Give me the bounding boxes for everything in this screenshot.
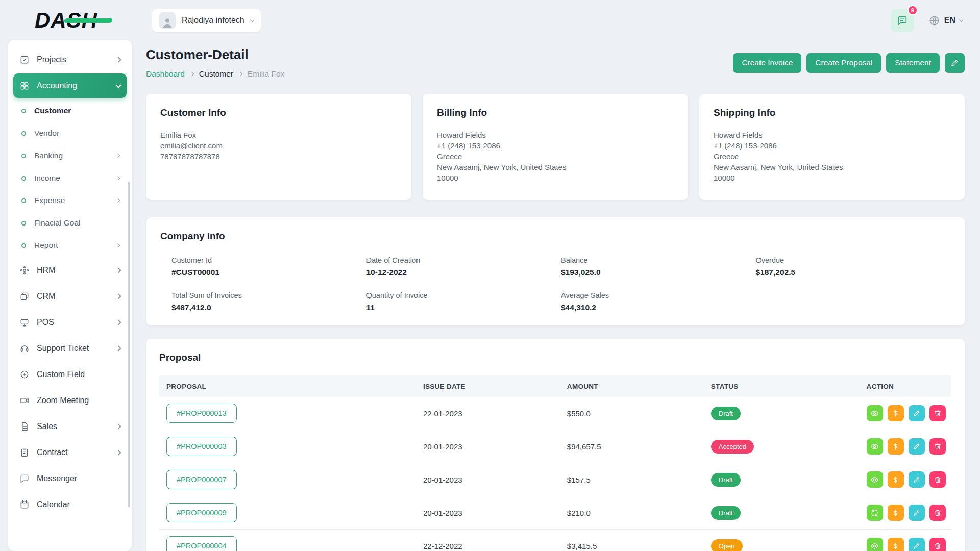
customer-info-card: Customer Info Emilia Fox emilia@client.c… — [146, 94, 411, 200]
issue-date-cell: 20-01-2023 — [423, 442, 567, 451]
customer-name: Emilia Fox — [160, 130, 397, 140]
billing-address: New Aasamj, New York, United States — [437, 162, 674, 172]
chevron-right-icon — [115, 319, 121, 325]
sidebar-subitem-label: Banking — [34, 151, 63, 160]
sidebar-subitem-vendor[interactable]: Vendor — [13, 122, 127, 144]
delete-button[interactable] — [929, 405, 946, 421]
sidebar-item-support-ticket[interactable]: Support Ticket — [13, 336, 127, 361]
proposal-table: PROPOSAL ISSUE DATE AMOUNT STATUS ACTION… — [159, 375, 951, 551]
chevron-down-icon — [959, 17, 963, 21]
sidebar-subitem-expense[interactable]: Expense — [13, 189, 127, 212]
trash-icon — [934, 442, 942, 450]
delete-button[interactable] — [929, 471, 946, 488]
trash-icon — [934, 509, 942, 517]
sidebar-item-accounting[interactable]: Accounting — [13, 73, 127, 98]
row-actions — [867, 538, 946, 551]
sidebar-subitem-income[interactable]: Income — [13, 167, 127, 189]
breadcrumb-customer[interactable]: Customer — [199, 69, 233, 79]
company-info-grid: Customer Id #CUST00001 Date of Creation … — [160, 256, 950, 312]
convert-button[interactable] — [867, 505, 883, 521]
create-invoice-button[interactable]: Create Invoice — [733, 53, 801, 73]
edit-button[interactable] — [909, 438, 925, 455]
company-info-card: Company Info Customer Id #CUST00001 Date… — [146, 217, 965, 325]
issue-date-cell: 20-01-2023 — [423, 475, 567, 484]
sidebar-subitem-label: Income — [34, 173, 60, 183]
issue-date-cell: 22-12-2022 — [423, 542, 567, 550]
edit-customer-button[interactable] — [945, 53, 965, 73]
table-row: #PROP000013 22-01-2023 $550.0 Draft — [159, 397, 951, 430]
messages-button[interactable]: 9 — [891, 9, 914, 32]
contract-icon — [19, 447, 30, 458]
proposal-link[interactable]: #PROP000003 — [166, 437, 237, 456]
proposal-link[interactable]: #PROP000004 — [166, 536, 237, 551]
delete-button[interactable] — [929, 438, 946, 455]
row-actions — [867, 505, 946, 521]
statement-button[interactable]: Statement — [886, 53, 940, 73]
view-button[interactable] — [867, 471, 883, 488]
sidebar-subitem-banking[interactable]: Banking — [13, 144, 127, 167]
sidebar-item-messenger[interactable]: Messenger — [13, 466, 127, 491]
table-row: #PROP000003 20-01-2023 $94,657.5 Accepte… — [159, 430, 951, 463]
shipping-zip: 10000 — [714, 172, 950, 183]
page-header: Customer-Detail Dashboard Customer Emili… — [146, 47, 965, 79]
edit-button[interactable] — [909, 471, 925, 488]
sidebar-scrollbar[interactable] — [128, 182, 130, 507]
money-button[interactable] — [888, 538, 904, 551]
breadcrumb-dashboard[interactable]: Dashboard — [146, 69, 185, 79]
workspace-avatar — [159, 12, 176, 29]
view-button[interactable] — [867, 538, 883, 551]
edit-button[interactable] — [909, 505, 925, 521]
money-button[interactable] — [888, 438, 904, 455]
chevron-right-icon — [116, 198, 120, 203]
sidebar-item-hrm[interactable]: HRM — [13, 258, 127, 283]
column-status: STATUS — [711, 383, 867, 390]
workspace-switcher[interactable]: Rajodiya infotech — [152, 9, 261, 32]
proposal-link[interactable]: #PROP000013 — [166, 404, 237, 423]
sidebar-subitem-report[interactable]: Report — [13, 234, 127, 257]
pencil-icon — [913, 409, 921, 417]
delete-button[interactable] — [929, 505, 946, 521]
shipping-phone: +1 (248) 153-2086 — [714, 140, 950, 151]
proposal-link[interactable]: #PROP000007 — [166, 470, 237, 489]
proposal-link[interactable]: #PROP000009 — [166, 503, 237, 522]
brand-logo[interactable]: DASH — [0, 0, 139, 41]
sidebar-item-label: HRM — [37, 266, 55, 275]
sidebar-item-projects[interactable]: Projects — [13, 47, 127, 72]
status-badge: Draft — [711, 506, 741, 520]
sidebar-item-label: CRM — [37, 292, 55, 301]
issue-date-cell: 20-01-2023 — [423, 509, 567, 517]
row-actions — [867, 405, 946, 421]
sidebar-subitem-customer[interactable]: Customer — [13, 99, 127, 122]
sidebar-item-contract[interactable]: Contract — [13, 440, 127, 465]
circle-icon — [21, 176, 26, 181]
sidebar-item-zoom-meeting[interactable]: Zoom Meeting — [13, 388, 127, 413]
sidebar-item-calendar[interactable]: Calendar — [13, 492, 127, 517]
money-button[interactable] — [888, 505, 904, 521]
view-button[interactable] — [867, 405, 883, 421]
dollar-icon — [891, 475, 900, 484]
issue-date-cell: 22-01-2023 — [423, 409, 567, 418]
table-row: #PROP000007 20-01-2023 $157.5 Draft — [159, 463, 951, 496]
dollar-icon — [891, 409, 900, 418]
edit-button[interactable] — [909, 538, 925, 551]
custom-field-icon — [19, 369, 30, 380]
topbar-actions: 9 EN — [891, 9, 980, 32]
sidebar-subitem-finacial-goal[interactable]: Finacial Goal — [13, 212, 127, 234]
sidebar-item-pos[interactable]: POS — [13, 310, 127, 335]
edit-button[interactable] — [909, 405, 925, 421]
amount-cell: $550.0 — [567, 409, 711, 418]
language-selector[interactable]: EN — [928, 15, 963, 27]
sidebar-item-sales[interactable]: Sales — [13, 414, 127, 439]
trash-icon — [934, 542, 942, 550]
money-button[interactable] — [888, 471, 904, 488]
view-button[interactable] — [867, 438, 883, 455]
money-button[interactable] — [888, 405, 904, 421]
create-proposal-button[interactable]: Create Proposal — [806, 53, 881, 73]
customer-email: emilia@client.com — [160, 140, 397, 151]
sidebar-item-crm[interactable]: CRM — [13, 284, 127, 309]
chat-icon — [897, 15, 908, 26]
sidebar-item-custom-field[interactable]: Custom Field — [13, 362, 127, 387]
delete-button[interactable] — [929, 538, 946, 551]
user-avatar-icon — [161, 16, 174, 29]
zoom-meeting-icon — [19, 395, 30, 406]
